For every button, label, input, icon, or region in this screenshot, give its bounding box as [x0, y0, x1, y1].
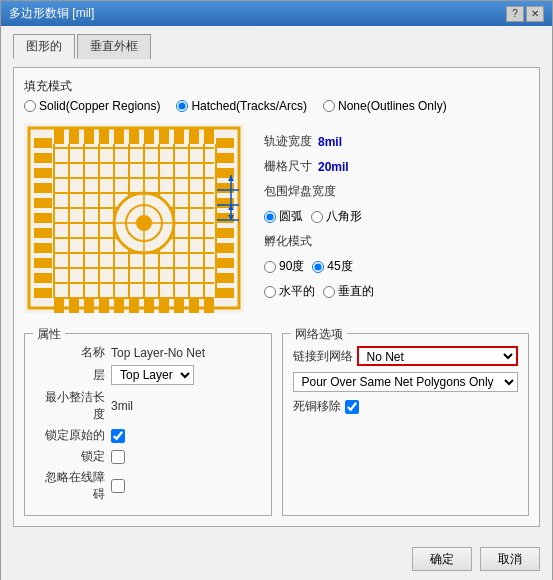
tab-bar: 图形的 垂直外框 — [13, 34, 540, 59]
svg-rect-45 — [204, 297, 214, 313]
name-row: 名称 Top Layer-No Net — [35, 344, 261, 361]
help-button[interactable]: ? — [506, 6, 524, 22]
svg-rect-11 — [34, 273, 52, 283]
lock-checkbox[interactable] — [111, 450, 125, 464]
hatch-label-row: 孵化模式 — [264, 233, 529, 250]
surround-oct-radio[interactable] — [311, 211, 323, 223]
surround-oct-option[interactable]: 八角形 — [311, 208, 362, 225]
ignore-online-label: 忽略在线障碍 — [35, 469, 105, 503]
svg-rect-41 — [144, 297, 154, 313]
svg-rect-9 — [34, 243, 52, 253]
connect-net-row: 链接到网络 No Net — [293, 346, 519, 366]
grid-size-label: 栅格尺寸 — [264, 158, 312, 175]
svg-rect-37 — [84, 297, 94, 313]
network-section: 链接到网络 No Net Pour Over Same Net Polygons… — [293, 346, 519, 415]
fill-none-option[interactable]: None(Outlines Only) — [323, 99, 447, 113]
lock-original-row: 锁定原始的 — [35, 427, 261, 444]
connect-label: 链接到网络 — [293, 348, 353, 365]
svg-rect-38 — [99, 297, 109, 313]
svg-rect-29 — [129, 128, 139, 144]
svg-rect-40 — [129, 297, 139, 313]
hatch-options-2: 水平的 垂直的 — [264, 283, 529, 300]
surround-arc-radio[interactable] — [264, 211, 276, 223]
hatch-h-radio[interactable] — [264, 286, 276, 298]
cancel-button[interactable]: 取消 — [480, 547, 540, 571]
svg-rect-42 — [159, 297, 169, 313]
hatch-90-radio[interactable] — [264, 261, 276, 273]
svg-rect-2 — [34, 138, 52, 148]
min-clean-row: 最小整洁长度 3mil — [35, 389, 261, 423]
svg-rect-6 — [34, 198, 52, 208]
svg-rect-25 — [69, 128, 79, 144]
lock-original-checkbox[interactable] — [111, 429, 125, 443]
content-area: 图形的 垂直外框 填充模式 Solid(Copper Regions) Hatc… — [1, 26, 552, 539]
svg-rect-12 — [34, 288, 52, 298]
svg-rect-20 — [216, 243, 234, 253]
svg-rect-7 — [34, 213, 52, 223]
ignore-online-checkbox[interactable] — [111, 479, 125, 493]
pour-select[interactable]: Pour Over Same Net Polygons Only — [293, 372, 519, 392]
pcb-graphic — [24, 123, 254, 323]
svg-rect-32 — [174, 128, 184, 144]
fill-hatched-option[interactable]: Hatched(Tracks/Arcs) — [176, 99, 307, 113]
svg-rect-21 — [216, 258, 234, 268]
network-group: 网络选项 链接到网络 No Net Pour Over Same Net Pol… — [282, 333, 530, 516]
hatch-90-option[interactable]: 90度 — [264, 258, 304, 275]
svg-rect-34 — [204, 128, 214, 144]
svg-rect-30 — [144, 128, 154, 144]
svg-rect-23 — [216, 288, 234, 298]
hatch-v-radio[interactable] — [323, 286, 335, 298]
name-label: 名称 — [35, 344, 105, 361]
confirm-button[interactable]: 确定 — [412, 547, 472, 571]
svg-rect-24 — [54, 128, 64, 144]
tab-vertical-frame[interactable]: 垂直外框 — [77, 34, 151, 59]
ignore-online-row: 忽略在线障碍 — [35, 469, 261, 503]
fill-mode-section: 填充模式 Solid(Copper Regions) Hatched(Track… — [24, 78, 529, 113]
svg-rect-22 — [216, 273, 234, 283]
dead-copper-checkbox[interactable] — [345, 400, 359, 414]
tab-content: 填充模式 Solid(Copper Regions) Hatched(Track… — [13, 67, 540, 527]
track-width-label: 轨迹宽度 — [264, 133, 312, 150]
svg-rect-35 — [54, 297, 64, 313]
svg-rect-3 — [34, 153, 52, 163]
title-bar-buttons: ? ✕ — [506, 6, 544, 22]
lock-label: 锁定 — [35, 448, 105, 465]
window-title: 多边形数铜 [mil] — [9, 5, 94, 22]
layer-select[interactable]: Top Layer — [111, 365, 194, 385]
svg-rect-39 — [114, 297, 124, 313]
hatch-v-option[interactable]: 垂直的 — [323, 283, 374, 300]
hatch-options-1: 90度 45度 — [264, 258, 529, 275]
svg-rect-8 — [34, 228, 52, 238]
min-clean-label: 最小整洁长度 — [35, 389, 105, 423]
surround-arc-option[interactable]: 圆弧 — [264, 208, 303, 225]
properties-title: 属性 — [33, 326, 65, 343]
fill-solid-option[interactable]: Solid(Copper Regions) — [24, 99, 160, 113]
track-width-row: 轨迹宽度 8mil — [264, 133, 529, 150]
properties-group: 属性 名称 Top Layer-No Net 层 Top Layer — [24, 333, 272, 516]
connect-net-select[interactable]: No Net — [357, 346, 519, 366]
svg-rect-14 — [216, 153, 234, 163]
grid-size-row: 栅格尺寸 20mil — [264, 158, 529, 175]
tab-graphics[interactable]: 图形的 — [13, 34, 75, 59]
hatch-h-option[interactable]: 水平的 — [264, 283, 315, 300]
track-width-value: 8mil — [318, 135, 342, 149]
lock-row: 锁定 — [35, 448, 261, 465]
pcb-svg — [24, 123, 244, 313]
fill-hatched-radio[interactable] — [176, 100, 188, 112]
hatch-label: 孵化模式 — [264, 233, 312, 250]
grid-size-value: 20mil — [318, 160, 349, 174]
close-button[interactable]: ✕ — [526, 6, 544, 22]
svg-rect-33 — [189, 128, 199, 144]
hatch-45-radio[interactable] — [312, 261, 324, 273]
hatch-45-option[interactable]: 45度 — [312, 258, 352, 275]
fill-solid-radio[interactable] — [24, 100, 36, 112]
svg-rect-13 — [216, 138, 234, 148]
title-bar: 多边形数铜 [mil] ? ✕ — [1, 1, 552, 26]
surround-label: 包围焊盘宽度 — [264, 183, 336, 200]
svg-rect-27 — [99, 128, 109, 144]
svg-rect-36 — [69, 297, 79, 313]
svg-rect-26 — [84, 128, 94, 144]
dead-copper-row: 死铜移除 — [293, 398, 519, 415]
fill-none-radio[interactable] — [323, 100, 335, 112]
footer: 确定 取消 — [1, 539, 552, 580]
